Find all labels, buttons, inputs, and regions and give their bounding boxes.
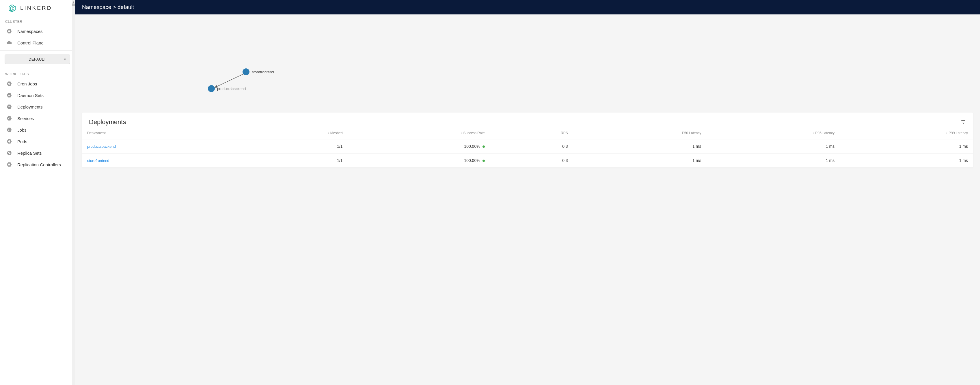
cell-p95: 1 ms [706, 154, 840, 168]
job-icon [6, 127, 12, 133]
sort-up-icon: ↑ [558, 132, 560, 135]
nav-label: Daemon Sets [18, 93, 44, 98]
linkerd-logo-icon [7, 3, 18, 13]
cell-success-rate: 100.00% [348, 154, 490, 168]
deployments-table: Deployment↑ ↑Meshed ↑Success Rate ↑RPS ↑… [82, 127, 973, 168]
svg-marker-6 [7, 105, 12, 109]
cell-meshed: 1/1 [243, 139, 348, 154]
scroll-thumb[interactable] [72, 3, 75, 6]
sidebar-item-deployments[interactable]: Deployments [0, 101, 75, 113]
nav-label: Jobs [18, 127, 27, 132]
cell-success-rate: 100.00% [348, 139, 490, 154]
nav-label: Replication Controllers [18, 162, 61, 167]
sidebar-item-daemon-sets[interactable]: Daemon Sets [0, 89, 75, 101]
col-deployment[interactable]: Deployment↑ [82, 127, 243, 139]
sidebar-item-jobs[interactable]: Jobs [0, 124, 75, 136]
scroll-up-arrow[interactable]: ▲ [72, 0, 75, 3]
col-rps[interactable]: ↑RPS [490, 127, 573, 139]
cell-meshed: 1/1 [243, 154, 348, 168]
nav-label: Control Plane [18, 40, 44, 45]
repl-icon [6, 162, 12, 167]
node-circle-icon [208, 85, 215, 92]
sort-up-icon: ↑ [946, 132, 947, 135]
sidebar-item-replication-controllers[interactable]: Replication Controllers [0, 159, 75, 170]
service-icon [6, 115, 12, 121]
cell-rps: 0.3 [490, 139, 573, 154]
col-success-rate[interactable]: ↑Success Rate [348, 127, 490, 139]
svg-point-15 [10, 130, 10, 131]
success-dot-icon [482, 145, 485, 148]
logo[interactable]: LINKERD [0, 0, 75, 16]
svg-marker-7 [7, 116, 12, 121]
main: Namespace > default storefrontendproduct… [75, 0, 980, 385]
col-p50[interactable]: ↑P50 Latency [573, 127, 706, 139]
nav-label: Pods [18, 139, 27, 144]
sort-up-icon: ↑ [461, 132, 462, 135]
cell-p95: 1 ms [706, 139, 840, 154]
cell-p50: 1 ms [573, 139, 706, 154]
nav-label: Namespaces [18, 29, 43, 34]
success-dot-icon [482, 160, 485, 162]
nav-label: Services [18, 116, 34, 121]
svg-rect-19 [9, 153, 10, 154]
cell-deployment: productsbackend [82, 139, 243, 154]
nav-label: Deployments [18, 105, 43, 110]
breadcrumb: Namespace > default [82, 4, 134, 10]
divider [0, 50, 75, 51]
svg-rect-21 [8, 164, 10, 165]
topology-graph[interactable]: storefrontendproductsbackend [75, 14, 980, 113]
deploy-icon [6, 104, 12, 110]
cluster-section-label: CLUSTER [0, 16, 75, 25]
sidebar-item-replica-sets[interactable]: Replica Sets [0, 147, 75, 159]
replica-icon [6, 150, 12, 156]
filter-icon[interactable] [960, 119, 966, 125]
chevron-down-icon: ▼ [64, 58, 67, 61]
cron-icon [6, 81, 12, 87]
nav-label: Cron Jobs [18, 81, 37, 86]
svg-marker-11 [7, 128, 12, 132]
col-meshed[interactable]: ↑Meshed [243, 127, 348, 139]
col-p99[interactable]: ↑P99 Latency [840, 127, 973, 139]
namespace-select-value: DEFAULT [29, 57, 46, 62]
svg-rect-1 [8, 30, 10, 32]
namespace-select[interactable]: DEFAULT ▼ [5, 54, 70, 64]
sidebar-item-pods[interactable]: Pods [0, 136, 75, 147]
sidebar-item-control-plane[interactable]: Control Plane [0, 37, 75, 48]
sort-up-icon: ↑ [328, 132, 329, 135]
svg-point-14 [8, 130, 9, 131]
sidebar-item-services[interactable]: Services [0, 113, 75, 124]
col-p95[interactable]: ↑P95 Latency [706, 127, 840, 139]
deployments-card: Deployments Deployment↑ ↑Meshed ↑Success… [82, 113, 973, 168]
sidebar-item-namespaces[interactable]: Namespaces [0, 25, 75, 37]
cell-p99: 1 ms [840, 154, 973, 168]
daemon-icon [6, 92, 12, 98]
cell-rps: 0.3 [490, 154, 573, 168]
graph-edge [75, 14, 980, 113]
workloads-section-label: WORKLOADS [0, 68, 75, 78]
pod-icon [6, 138, 12, 144]
logo-text: LINKERD [20, 5, 52, 11]
topbar: Namespace > default [75, 0, 980, 14]
node-circle-icon [243, 68, 250, 75]
node-label: productsbackend [217, 87, 246, 91]
table-row: storefrontend1/1100.00%0.31 ms1 ms1 ms [82, 154, 973, 168]
sort-up-icon: ↑ [107, 132, 109, 135]
sidebar-item-cron-jobs[interactable]: Cron Jobs [0, 78, 75, 89]
graph-node[interactable]: storefrontend [243, 68, 274, 75]
node-label: storefrontend [252, 70, 274, 74]
sort-up-icon: ↑ [679, 132, 681, 135]
cell-p99: 1 ms [840, 139, 973, 154]
sort-up-icon: ↑ [813, 132, 814, 135]
cloud-icon [6, 40, 12, 46]
deployment-link[interactable]: productsbackend [87, 144, 116, 149]
namespace-icon [6, 28, 12, 34]
deployment-link[interactable]: storefrontend [87, 158, 110, 163]
graph-node[interactable]: productsbackend [208, 85, 246, 92]
svg-point-12 [8, 129, 9, 130]
cell-p50: 1 ms [573, 154, 706, 168]
deployments-title: Deployments [89, 118, 126, 126]
cell-deployment: storefrontend [82, 154, 243, 168]
svg-point-13 [10, 129, 10, 130]
sidebar-scrollbar[interactable]: ▲ [72, 0, 75, 385]
table-row: productsbackend1/1100.00%0.31 ms1 ms1 ms [82, 139, 973, 154]
